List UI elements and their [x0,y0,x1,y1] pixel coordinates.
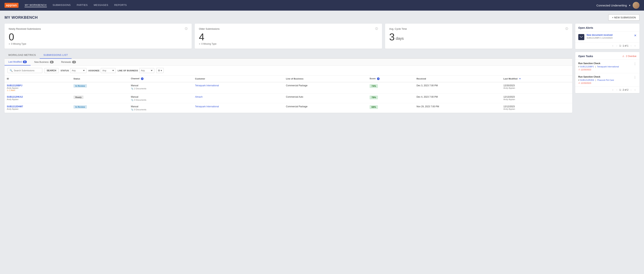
col-received: Received [414,75,501,82]
last-modified-sort-icon[interactable]: ▼ [519,78,521,80]
sub-tabs-row: Last Modified 9 New Business 6 Renewals … [4,59,572,66]
nav-submissions[interactable]: SUBMISSIONS [52,4,71,7]
modified-user-0: Andy Appian [503,87,570,89]
cell-received-0: Dec 3, 2023 7:00 PM [414,82,501,94]
nav-messages[interactable]: MESSAGES [93,4,108,7]
alert-envelope-icon [578,34,584,40]
task-due-icon-1: ⚠ [578,82,580,84]
filter-assignee-select[interactable]: Any [101,68,116,73]
alert-close-icon[interactable]: ✕ [634,34,636,37]
metric-info-icon-2[interactable]: ⓘ [566,27,568,31]
tasks-next-page[interactable]: › [630,88,632,92]
customer-link-1[interactable]: Almach [195,96,203,98]
task-menu-icon-1[interactable]: ⋮ [634,75,636,79]
sub-tab-new-business[interactable]: New Business 6 [30,59,58,65]
metric-label-1: Older Submissions [199,28,220,30]
sub-tab-last-modified[interactable]: Last Modified 9 [4,59,30,65]
filter-lob-group: LINE OF BUSINESS Any [118,68,154,73]
filter-icon-button[interactable]: ⚙ ▾ [156,68,164,73]
metric-info-icon-0[interactable]: ⓘ [185,27,188,31]
sidebar: Open Alerts New document received SUB121… [575,24,640,113]
appian-logo-text: appian [4,3,18,8]
sub-tab-renewals[interactable]: Renewals 3 [58,59,80,65]
channel-value-2: Manual [131,105,190,108]
cell-lob-2: Commercial Package [284,103,367,113]
search-box: 🔍 [8,68,42,73]
open-tasks-panel: Open Tasks ⚠ 2 Overdue Run Sanction Chec… [575,52,640,93]
cell-channel-2: Manual 📎 0 Documents [128,103,193,113]
task-link-1-sub[interactable]: SUB1212R2K6 [580,79,594,81]
task-due-0: ⚠ 12/20/2023 [578,68,634,71]
filter-assignee-label: ASSIGNEE [88,69,100,72]
nav-links: MY WORKBENCH SUBMISSIONS PARTIES MESSAGE… [24,4,596,7]
days-label: days [396,37,404,40]
sub-owner-0: Andy Appian [7,87,69,89]
channel-info-icon[interactable]: ? [141,77,144,80]
page-title: MY WORKBENCH [4,15,38,20]
task-menu-icon-0[interactable]: ⋮ [634,62,636,66]
task-meta-1: # SUB1212R2K6 | Peacock Pet Care [578,79,634,81]
customer-link-2[interactable]: Tetraquark International [195,105,219,108]
alert-content-0: New document received SUB12120BPJ | 12/1… [586,34,632,39]
filter-row: 🔍 SEARCH STATUS Any In Review Ready ASSI [4,66,572,75]
alerts-last-page[interactable]: » [634,44,636,48]
score-badge-0: 74% [370,84,378,88]
app-logo[interactable]: appian [4,3,18,8]
cell-status-0: In Review [71,82,128,94]
submission-id-link-0[interactable]: SUB12120BPJ [7,84,22,87]
search-input[interactable] [14,69,40,72]
task-link-0-sub[interactable]: SUB12120BPJ [580,65,594,68]
nav-reports[interactable]: REPORTS [114,4,127,7]
submission-id-link-2[interactable]: SUB1212DHM7 [7,105,23,108]
open-alerts-title: Open Alerts [578,26,593,29]
nav-my-workbench[interactable]: MY WORKBENCH [24,4,47,7]
main-tabs-bar: WORKLOAD METRICS SUBMISSIONS LIST [4,52,572,59]
task-link-1-company[interactable]: Peacock Pet Care [597,79,614,81]
app-name: Connected Underwriting [596,4,627,7]
avatar-image [633,2,640,9]
col-lob: Line of Business [284,75,367,82]
tasks-first-page[interactable]: « [611,88,614,92]
task-item-0: Run Sanction Check # SUB12120BPJ | Tetra… [575,60,640,73]
filter-status-select[interactable]: Any In Review Ready [70,68,86,73]
alerts-next-page[interactable]: › [630,44,632,48]
open-alerts-panel: Open Alerts New document received SUB121… [575,24,640,49]
filter-status-group: STATUS Any In Review Ready [60,68,86,73]
task-link-0-company[interactable]: Tetraquark International [597,65,619,68]
sub-tab-badge-last-modified: 9 [23,61,27,63]
page-container: MY WORKBENCH + NEW SUBMISSION Newly Rece… [0,11,644,116]
task-title-1: Run Sanction Check [578,75,634,78]
col-channel: Channel ? [128,75,193,82]
channel-docs-2: 📎 0 Documents [131,108,190,111]
status-badge-2: In Review [74,105,87,109]
filter-lob-select[interactable]: Any [139,68,154,73]
table-row: SUB12120BPJ Andy Appian ⚠ 1 Alert In Rev… [4,82,572,94]
cell-score-0: 74% [367,82,414,94]
tasks-prev-page[interactable]: ‹ [616,88,618,92]
submission-id-link-1[interactable]: SUB1212HKA2 [7,96,23,98]
status-badge-1: Ready [74,96,84,99]
new-submission-button[interactable]: + NEW SUBMISSION [608,14,640,21]
metric-sub-0: 0 Missing Type [11,43,26,45]
customer-link-0[interactable]: Tetraquark International [195,84,219,87]
tasks-last-page[interactable]: » [634,88,636,92]
user-avatar[interactable] [633,2,640,9]
search-button[interactable]: SEARCH [44,68,59,73]
nav-parties[interactable]: PARTIES [76,4,88,7]
tab-submissions-list[interactable]: SUBMISSIONS LIST [40,52,72,59]
search-icon: 🔍 [10,69,13,72]
alerts-first-page[interactable]: « [611,44,614,48]
metric-info-icon-1[interactable]: ⓘ [375,27,378,31]
score-info-icon[interactable]: ? [377,77,380,80]
tab-workload-metrics[interactable]: WORKLOAD METRICS [4,52,40,59]
metric-value-1: 4 [199,32,204,42]
alerts-prev-page[interactable]: ‹ [616,44,618,48]
sub-tab-badge-renewals: 3 [72,61,76,63]
task-due-date-0: 12/20/2023 [581,69,591,71]
task-meta-0: # SUB12120BPJ | Tetraquark International [578,65,634,68]
alert-link-0[interactable]: New document received [586,34,632,36]
app-name-dropdown-icon[interactable]: ▾ [629,4,630,7]
overdue-warning-icon: ⚠ [622,55,624,58]
open-tasks-overdue: ⚠ 2 Overdue [622,55,636,58]
topnav-right: Connected Underwriting ▾ [596,2,640,9]
